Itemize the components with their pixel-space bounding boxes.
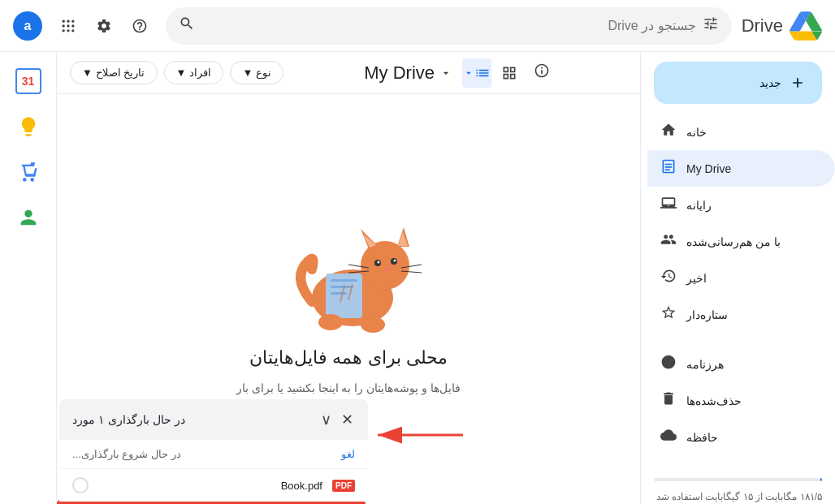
sidebar-item-trash[interactable]: حذف‌شده‌ها bbox=[647, 382, 835, 419]
calendar-app-icon[interactable]: 31 bbox=[9, 62, 48, 101]
keep-app-icon[interactable] bbox=[9, 107, 48, 146]
search-bar bbox=[166, 7, 732, 45]
svg-point-1 bbox=[67, 19, 69, 22]
home-icon bbox=[660, 122, 677, 142]
type-filter-label: نوع bbox=[256, 67, 271, 79]
trash-label: حذف‌شده‌ها bbox=[686, 394, 742, 407]
people-chevron-icon: ▼ bbox=[176, 67, 187, 79]
svg-point-18 bbox=[394, 259, 396, 261]
sidebar-item-home[interactable]: خانه bbox=[647, 114, 835, 150]
empty-title: محلی برای همه فایل‌هایتان bbox=[249, 347, 447, 368]
storage-text: ۱۸۱/۵ مگابایت از ۱۵ گیگابایت استفاده شد bbox=[654, 491, 822, 502]
type-filter-button[interactable]: نوع ▼ bbox=[230, 61, 283, 84]
info-button[interactable] bbox=[527, 58, 556, 88]
pdf-badge: PDF bbox=[332, 480, 355, 492]
svg-point-0 bbox=[63, 19, 65, 22]
upload-title: در حال بارگذاری ۱ مورد bbox=[72, 413, 185, 426]
shared-label: با من هم‌رسانی‌شده bbox=[686, 235, 781, 248]
svg-rect-26 bbox=[331, 286, 353, 288]
content-area: My Drive نوع ▼ افراد ▼ تاریخ اصلاح ▼ bbox=[57, 52, 640, 504]
sidebar-item-my-drive[interactable]: My Drive bbox=[647, 150, 835, 187]
upload-popup: ✕ ∨ در حال بارگذاری ۱ مورد لغو در حال شر… bbox=[59, 399, 368, 502]
recent-icon bbox=[660, 268, 677, 288]
date-filter-label: تاریخ اصلاح bbox=[96, 67, 145, 79]
header: a Drive bbox=[0, 0, 835, 52]
empty-state: محلی برای همه فایل‌هایتان فایل‌ها و پوشه… bbox=[236, 205, 461, 394]
svg-point-7 bbox=[67, 29, 69, 32]
file-radio[interactable] bbox=[72, 477, 89, 493]
right-sidebar: جدید خانه My Drive رایانه با من هم‌رسانی… bbox=[640, 52, 835, 504]
tasks-app-icon[interactable] bbox=[9, 153, 48, 192]
drive-label: Drive bbox=[742, 15, 783, 37]
svg-point-17 bbox=[378, 261, 380, 263]
drive-title[interactable]: My Drive bbox=[364, 62, 452, 84]
type-chevron-icon: ▼ bbox=[242, 67, 253, 79]
upload-popup-border: ✕ ∨ در حال بارگذاری ۱ مورد لغو در حال شر… bbox=[57, 499, 366, 504]
date-chevron-icon: ▼ bbox=[82, 67, 93, 79]
storage-fill bbox=[820, 478, 822, 481]
contacts-app-icon[interactable] bbox=[9, 198, 48, 237]
search-input[interactable] bbox=[195, 19, 696, 33]
settings-button[interactable] bbox=[88, 10, 120, 42]
people-filter-button[interactable]: افراد ▼ bbox=[164, 61, 224, 84]
sidebar-item-spam[interactable]: هرزنامه bbox=[647, 346, 835, 382]
svg-point-4 bbox=[67, 24, 69, 27]
storage-bar bbox=[654, 478, 822, 481]
date-filter-button[interactable]: تاریخ اصلاح ▼ bbox=[70, 61, 158, 84]
trash-icon bbox=[660, 390, 677, 411]
upload-close-button[interactable]: ✕ bbox=[340, 409, 355, 430]
spam-label: هرزنامه bbox=[686, 358, 724, 371]
gcal-icon: 31 bbox=[15, 68, 41, 94]
svg-point-28 bbox=[318, 314, 343, 330]
sidebar-item-shared[interactable]: با من هم‌رسانی‌شده bbox=[647, 223, 835, 260]
sidebar-item-recent[interactable]: اخیر bbox=[647, 260, 835, 296]
my-drive-label: My Drive bbox=[686, 162, 731, 175]
app-sidebar: 31 bbox=[0, 52, 57, 504]
recent-label: اخیر bbox=[686, 272, 707, 285]
svg-point-29 bbox=[361, 317, 385, 333]
main-content: محلی برای همه فایل‌هایتان فایل‌ها و پوشه… bbox=[57, 94, 640, 504]
main-container: 31 bbox=[0, 52, 835, 504]
svg-point-19 bbox=[384, 268, 389, 271]
cancel-upload-button[interactable]: لغو bbox=[341, 448, 355, 460]
sidebar-item-computers[interactable]: رایانه bbox=[647, 187, 835, 223]
empty-subtitle: فایل‌ها و پوشه‌هایتان را به اینجا بکشید … bbox=[236, 381, 461, 394]
avatar[interactable]: a bbox=[13, 11, 42, 41]
shared-icon bbox=[660, 231, 677, 252]
red-arrow bbox=[366, 423, 463, 447]
svg-rect-27 bbox=[331, 292, 347, 295]
computers-label: رایانه bbox=[686, 199, 712, 212]
filter-icon bbox=[703, 15, 719, 36]
new-button[interactable]: جدید bbox=[654, 62, 822, 104]
sidebar-item-storage[interactable]: حافظه bbox=[647, 419, 835, 455]
svg-point-2 bbox=[71, 19, 74, 22]
list-view-button[interactable] bbox=[462, 58, 491, 88]
svg-marker-13 bbox=[363, 234, 376, 248]
help-button[interactable] bbox=[123, 10, 156, 42]
toolbar: My Drive نوع ▼ افراد ▼ تاریخ اصلاح ▼ bbox=[57, 52, 640, 94]
search-button[interactable] bbox=[179, 15, 195, 36]
storage-label: حافظه bbox=[686, 431, 718, 444]
svg-point-3 bbox=[63, 24, 65, 27]
people-filter-label: افراد bbox=[189, 67, 211, 79]
home-label: خانه bbox=[686, 126, 707, 139]
svg-point-10 bbox=[361, 241, 409, 290]
drive-logo: Drive bbox=[742, 10, 822, 42]
apps-button[interactable] bbox=[52, 10, 84, 42]
uploading-text: در حال شروع بارگذاری... bbox=[72, 448, 181, 460]
drive-title-text: My Drive bbox=[364, 62, 435, 84]
grid-view-button[interactable] bbox=[495, 58, 524, 88]
upload-collapse-button[interactable]: ∨ bbox=[319, 409, 333, 430]
cat-illustration bbox=[267, 205, 430, 334]
new-label: جدید bbox=[759, 76, 781, 89]
starred-icon bbox=[660, 304, 677, 325]
upload-header: ✕ ∨ در حال بارگذاری ۱ مورد bbox=[59, 399, 368, 440]
storage-icon bbox=[660, 427, 677, 447]
svg-point-5 bbox=[71, 24, 74, 27]
starred-label: ستاره‌دار bbox=[686, 308, 728, 321]
sidebar-item-starred[interactable]: ستاره‌دار bbox=[647, 296, 835, 333]
computers-icon bbox=[660, 195, 677, 215]
storage-section: ۱۸۱/۵ مگابایت از ۱۵ گیگابایت استفاده شد … bbox=[641, 468, 835, 504]
svg-point-6 bbox=[63, 29, 65, 32]
view-buttons bbox=[462, 58, 556, 88]
